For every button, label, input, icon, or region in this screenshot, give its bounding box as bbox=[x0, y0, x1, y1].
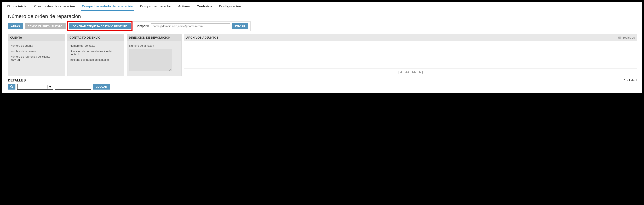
search-value-input[interactable] bbox=[55, 84, 91, 90]
review-budget-button: REVISE EL PRESUPUESTO bbox=[25, 23, 66, 29]
back-button[interactable]: ATRÁS bbox=[8, 23, 23, 29]
svg-line-1 bbox=[12, 87, 13, 88]
action-bar: ATRÁS REVISE EL PRESUPUESTO GENERAR ETIQ… bbox=[2, 20, 642, 32]
panel-attachments-header: ARCHIVOS ADJUNTOS Sin registros bbox=[184, 34, 637, 41]
share-container: Compartir ENVIAR bbox=[133, 22, 250, 31]
panel-attachments-title: ARCHIVOS ADJUNTOS bbox=[186, 36, 218, 40]
panel-account-header: CUENTA bbox=[8, 34, 65, 41]
pager-prev-icon[interactable]: ◀◀ bbox=[405, 70, 409, 74]
panel-return-address: DIRECCIÓN DE DEVOLUCIÓN Número de almacé… bbox=[127, 34, 182, 76]
panel-contact-header: CONTACTO DE ENVÍO bbox=[68, 34, 124, 41]
customer-ref-value: Abc123 bbox=[10, 59, 62, 62]
tab-create-order[interactable]: Crear orden de reparación bbox=[33, 2, 76, 11]
tab-home[interactable]: Página inicial bbox=[6, 2, 28, 11]
share-email-input[interactable] bbox=[151, 23, 230, 29]
highlight-generate-label: GENERAR ETIQUETA DE ENVÍO URGENTE bbox=[67, 21, 133, 31]
panel-return-title: DIRECCIÓN DE DEVOLUCIÓN bbox=[129, 36, 170, 40]
contact-email-label: Dirección de correo electrónico del cont… bbox=[70, 50, 122, 56]
search-icon-button[interactable] bbox=[8, 84, 16, 90]
contact-name-label: Nombre del contacto bbox=[70, 44, 122, 47]
account-number-label: Número de cuenta bbox=[10, 44, 62, 47]
records-count: 1 - 1 de 1 bbox=[624, 78, 637, 82]
warehouse-number-label: Número de almacén bbox=[129, 44, 179, 47]
tab-config[interactable]: Configuración bbox=[218, 2, 242, 11]
search-icon bbox=[10, 85, 13, 88]
svg-point-0 bbox=[10, 86, 12, 87]
search-field-select[interactable]: ∨ bbox=[17, 84, 53, 90]
details-search-row: ∨ BUSCAR bbox=[2, 82, 642, 90]
tab-contracts[interactable]: Contratos bbox=[196, 2, 213, 11]
attachments-empty-text: Sin registros bbox=[618, 36, 635, 39]
chevron-down-icon: ∨ bbox=[48, 85, 52, 88]
top-nav: Página inicial Crear orden de reparación… bbox=[2, 2, 642, 11]
pager-next-icon[interactable]: ▶▶ bbox=[412, 70, 416, 74]
tab-assets[interactable]: Activos bbox=[177, 2, 191, 11]
share-label: Compartir bbox=[136, 24, 149, 28]
panel-contact-title: CONTACTO DE ENVÍO bbox=[70, 36, 100, 40]
tab-check-status[interactable]: Comprobar estado de reparación bbox=[81, 2, 134, 11]
page-title: Número de orden de reparación bbox=[2, 11, 642, 20]
panel-attachments: ARCHIVOS ADJUNTOS Sin registros ❘◀ ◀◀ ▶▶… bbox=[184, 34, 637, 76]
search-button[interactable]: BUSCAR bbox=[93, 84, 110, 90]
panel-account: CUENTA Número de cuenta Nombre de la cue… bbox=[8, 34, 65, 76]
details-heading: DETALLES bbox=[8, 78, 26, 82]
panel-account-title: CUENTA bbox=[10, 36, 22, 40]
tab-check-entitlement[interactable]: Comprobar derecho bbox=[139, 2, 172, 11]
pager-last-icon[interactable]: ▶❘ bbox=[419, 70, 424, 74]
panel-contact: CONTACTO DE ENVÍO Nombre del contacto Di… bbox=[67, 34, 124, 76]
customer-ref-label: Número de referencia del cliente bbox=[10, 55, 62, 58]
attachments-pager: ❘◀ ◀◀ ▶▶ ▶❘ bbox=[184, 68, 637, 75]
pager-first-icon[interactable]: ❘◀ bbox=[398, 70, 402, 74]
account-name-label: Nombre de la cuenta bbox=[10, 50, 62, 53]
contact-phone-label: Teléfono del trabajo de contacto bbox=[70, 58, 122, 62]
generate-shipping-label-button[interactable]: GENERAR ETIQUETA DE ENVÍO URGENTE bbox=[69, 23, 131, 29]
attachments-body bbox=[184, 41, 637, 68]
return-address-textarea[interactable] bbox=[129, 49, 172, 71]
send-button[interactable]: ENVIAR bbox=[232, 23, 248, 29]
panel-return-header: DIRECCIÓN DE DEVOLUCIÓN bbox=[127, 34, 182, 41]
